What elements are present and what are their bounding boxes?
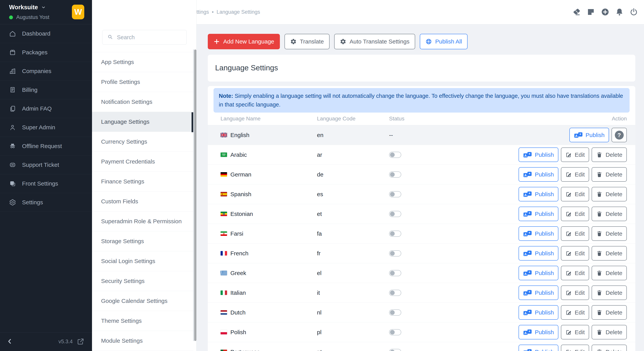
- plus-circle-icon[interactable]: [601, 8, 610, 16]
- delete-button[interactable]: Delete: [592, 246, 627, 260]
- svg-text:A: A: [524, 331, 527, 335]
- publish-button[interactable]: APublish: [518, 167, 558, 182]
- settings-nav-finance-settings[interactable]: Finance Settings: [92, 172, 193, 192]
- eraser-icon[interactable]: [572, 8, 581, 16]
- publish-button[interactable]: APublish: [518, 246, 558, 260]
- settings-nav-language-settings[interactable]: Language Settings: [92, 112, 193, 132]
- publish-label: Publish: [535, 211, 554, 217]
- publish-button[interactable]: APublish: [518, 266, 558, 280]
- external-link-icon[interactable]: [77, 338, 85, 346]
- status-toggle[interactable]: [389, 152, 401, 158]
- publish-button[interactable]: APublish: [518, 286, 558, 300]
- settings-nav-social-login-settings[interactable]: Social Login Settings: [92, 251, 193, 271]
- delete-button[interactable]: Delete: [592, 148, 627, 162]
- language-code-cell: el: [317, 263, 322, 283]
- status-toggle[interactable]: [389, 250, 401, 256]
- power-icon[interactable]: [629, 8, 638, 16]
- publish-button[interactable]: APublish: [518, 187, 558, 202]
- add-new-language-label: Add New Language: [223, 38, 274, 45]
- sidebar-item-offline-request[interactable]: Offline Request: [0, 137, 92, 156]
- settings-nav-security-settings[interactable]: Security Settings: [92, 271, 193, 291]
- sidebar-item-admin-faq[interactable]: Admin FAQ: [0, 99, 92, 118]
- edit-button[interactable]: Edit: [561, 246, 589, 260]
- sidebar-item-companies[interactable]: Companies: [0, 62, 92, 80]
- settings-nav-superadmin-role-permission[interactable]: Superadmin Role & Permission: [92, 212, 193, 231]
- publish-button[interactable]: APublish: [518, 325, 558, 340]
- ir-flag-icon: [220, 231, 227, 236]
- edit-button[interactable]: Edit: [561, 266, 589, 280]
- sidebar-item-super-admin[interactable]: Super Admin: [0, 118, 92, 137]
- svg-text:A: A: [575, 134, 577, 138]
- delete-button[interactable]: Delete: [592, 226, 627, 241]
- publish-button[interactable]: APublish: [570, 128, 609, 142]
- collapse-sidebar-button[interactable]: [6, 338, 14, 346]
- trash-icon: [596, 171, 603, 178]
- status-toggle[interactable]: [389, 230, 401, 237]
- delete-button[interactable]: Delete: [592, 187, 627, 202]
- publish-all-button[interactable]: Publish All: [420, 34, 468, 49]
- sidebar-item-billing[interactable]: Billing: [0, 80, 92, 99]
- gr-flag-icon: [220, 271, 227, 275]
- edit-button[interactable]: Edit: [561, 187, 589, 202]
- edit-button[interactable]: Edit: [561, 325, 589, 340]
- sidebar-item-front-settings[interactable]: Front Settings: [0, 174, 92, 193]
- settings-nav-profile-settings[interactable]: Profile Settings: [92, 72, 193, 92]
- delete-button[interactable]: Delete: [592, 286, 627, 300]
- sidebar-item-support-ticket[interactable]: Support Ticket: [0, 156, 92, 174]
- delete-label: Delete: [606, 230, 622, 237]
- translate-button[interactable]: Translate: [284, 34, 330, 49]
- auto-translate-settings-button[interactable]: Auto Translate Settings: [334, 34, 415, 49]
- workspace-switcher[interactable]: Worksuite: [9, 4, 46, 11]
- sidebar-item-settings[interactable]: Settings: [0, 193, 92, 212]
- edit-label: Edit: [575, 152, 585, 158]
- delete-button[interactable]: Delete: [592, 167, 627, 182]
- delete-button[interactable]: Delete: [592, 325, 627, 340]
- settings-nav-currency-settings[interactable]: Currency Settings: [92, 132, 193, 152]
- edit-button[interactable]: Edit: [561, 226, 589, 241]
- settings-nav-app-settings[interactable]: App Settings: [92, 52, 193, 72]
- publish-button[interactable]: APublish: [518, 344, 558, 351]
- note-icon[interactable]: [586, 8, 595, 16]
- status-toggle[interactable]: [389, 191, 401, 197]
- delete-button[interactable]: Delete: [592, 305, 627, 320]
- delete-button[interactable]: Delete: [592, 206, 627, 221]
- add-new-language-button[interactable]: Add New Language: [208, 34, 280, 49]
- settings-nav-storage-settings[interactable]: Storage Settings: [92, 231, 193, 251]
- subnav-scrollbar-thumb[interactable]: [194, 50, 196, 341]
- publish-label: Publish: [535, 290, 554, 296]
- status-toggle[interactable]: [389, 310, 401, 316]
- sidebar-item-dashboard[interactable]: Dashboard: [0, 24, 92, 43]
- publish-button[interactable]: APublish: [518, 226, 558, 241]
- publish-button[interactable]: APublish: [518, 206, 558, 221]
- sidebar-item-packages[interactable]: Packages: [0, 43, 92, 62]
- status-toggle[interactable]: [389, 329, 401, 335]
- delete-button[interactable]: Delete: [592, 344, 627, 351]
- settings-search[interactable]: [102, 30, 187, 45]
- delete-button[interactable]: Delete: [592, 266, 627, 280]
- edit-button[interactable]: Edit: [561, 206, 589, 221]
- edit-button[interactable]: Edit: [561, 344, 589, 351]
- settings-nav-payment-credentials[interactable]: Payment Credentials: [92, 152, 193, 172]
- publish-button[interactable]: APublish: [518, 148, 558, 162]
- help-button[interactable]: ?: [612, 128, 627, 142]
- edit-label: Edit: [575, 230, 585, 237]
- status-toggle[interactable]: [389, 172, 401, 178]
- edit-button[interactable]: Edit: [561, 305, 589, 320]
- status-toggle[interactable]: [389, 349, 401, 351]
- edit-button[interactable]: Edit: [561, 167, 589, 182]
- settings-nav-google-calendar-settings[interactable]: Google Calendar Settings: [92, 291, 193, 311]
- status-toggle[interactable]: [389, 270, 401, 276]
- action-cell: APublish?: [570, 125, 627, 145]
- status-toggle[interactable]: [389, 290, 401, 296]
- language-row-arabic: ArabicarAPublishEditDelete: [208, 145, 635, 165]
- settings-nav-notification-settings[interactable]: Notification Settings: [92, 92, 193, 112]
- settings-nav-custom-fields[interactable]: Custom Fields: [92, 192, 193, 212]
- status-toggle[interactable]: [389, 211, 401, 217]
- settings-nav-theme-settings[interactable]: Theme Settings: [92, 311, 193, 331]
- edit-button[interactable]: Edit: [561, 286, 589, 300]
- edit-button[interactable]: Edit: [561, 148, 589, 162]
- search-input[interactable]: [117, 34, 182, 40]
- publish-button[interactable]: APublish: [518, 305, 558, 320]
- settings-nav-module-settings[interactable]: Module Settings: [92, 331, 193, 351]
- bell-icon[interactable]: [615, 8, 624, 16]
